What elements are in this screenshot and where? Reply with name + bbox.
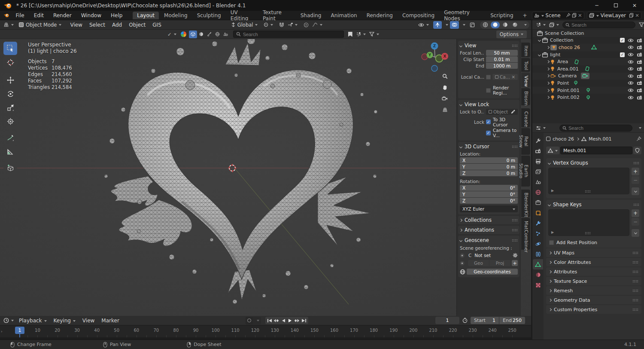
timeline-menu-playback[interactable]: Playback xyxy=(15,318,50,324)
tool-scale[interactable] xyxy=(3,101,17,114)
workspace-tab-modeling[interactable]: Modeling xyxy=(160,12,192,19)
tool-rotate[interactable] xyxy=(3,87,17,101)
properties-tab-collection[interactable] xyxy=(533,197,543,208)
properties-tab-constraints[interactable] xyxy=(533,249,543,259)
gizmo-dropdown[interactable] xyxy=(442,21,450,29)
outliner-display-mode[interactable] xyxy=(534,21,547,29)
sidebar-tab-matcombiner[interactable]: MatCombiner xyxy=(521,218,530,250)
outliner-search-input[interactable] xyxy=(571,22,632,28)
workspace-tab-compositing[interactable]: Compositing xyxy=(398,12,439,19)
outliner-row-point001[interactable]: Point.001 xyxy=(532,87,644,94)
properties-tab-output[interactable] xyxy=(533,156,543,166)
outliner-row-camera[interactable]: Camera xyxy=(532,73,644,80)
hide-eye-icon[interactable] xyxy=(628,88,634,92)
asset-type-brush-button[interactable] xyxy=(205,31,213,38)
shading-rendered-button[interactable] xyxy=(510,21,519,28)
collection-checkbox[interactable]: ✓ xyxy=(620,52,625,57)
focal-length-field[interactable]: 50 mm xyxy=(486,50,518,56)
properties-tab-render[interactable] xyxy=(533,146,543,156)
properties-search-input[interactable] xyxy=(568,125,629,131)
prev-keyframe-button[interactable] xyxy=(273,317,280,324)
outliner-filter-mode[interactable] xyxy=(547,21,561,29)
pin-icon[interactable] xyxy=(636,136,641,141)
timeline-menu-keying[interactable]: Keying xyxy=(50,318,79,324)
fake-user-shield-button[interactable] xyxy=(633,147,641,154)
camera-view-button[interactable] xyxy=(440,94,450,103)
collection-checkbox[interactable]: ✓ xyxy=(620,38,625,43)
proportional-falloff-selector[interactable] xyxy=(310,21,324,29)
tool-cursor[interactable] xyxy=(3,56,17,69)
pivot-point-selector[interactable] xyxy=(262,21,275,29)
sidebar-tab-view[interactable]: View xyxy=(521,73,530,87)
shading-wireframe-button[interactable] xyxy=(481,21,490,28)
workspace-tab-animation[interactable]: Animation xyxy=(326,12,361,19)
hide-eye-icon[interactable] xyxy=(628,67,634,71)
scene-selector[interactable]: Scene ✕ xyxy=(532,12,584,19)
panel-grip[interactable] xyxy=(512,44,518,47)
cursor-rotation-x[interactable]: X0° xyxy=(460,185,518,191)
sidebar-tab-blosm[interactable]: Blosm xyxy=(521,88,530,105)
tool-add-cube[interactable] xyxy=(3,161,17,174)
xray-toggle[interactable] xyxy=(468,21,477,29)
viewport-menu-gis[interactable]: GIS xyxy=(149,22,164,28)
pin-icon[interactable] xyxy=(566,13,571,18)
vertex-group-remove-button[interactable]: − xyxy=(632,176,639,184)
crs-settings-gear-icon[interactable] xyxy=(513,253,518,258)
hide-eye-icon[interactable] xyxy=(628,60,634,64)
annotations-panel[interactable]: Annotations xyxy=(458,226,519,234)
play-button[interactable] xyxy=(287,317,294,324)
outliner-row-collection[interactable]: Collection ✓ xyxy=(532,37,644,44)
panel-custom-properties[interactable]: Custom Properties xyxy=(546,305,641,314)
shading-material-button[interactable] xyxy=(501,21,510,28)
next-keyframe-button[interactable] xyxy=(294,317,301,324)
outliner-row-area[interactable]: Area xyxy=(532,58,644,65)
lock-to-object-field[interactable]: Object xyxy=(486,109,518,115)
workspace-add-button[interactable]: + xyxy=(519,12,532,19)
panel-remesh[interactable]: Remesh xyxy=(546,286,641,295)
asset-search-input[interactable] xyxy=(243,31,341,37)
panel-color-attributes[interactable]: Color Attributes xyxy=(546,258,641,266)
viewport-menu-add[interactable]: Add xyxy=(109,22,125,28)
menu-file[interactable]: File xyxy=(11,12,29,18)
hide-eye-icon[interactable] xyxy=(628,52,634,57)
play-reverse-button[interactable] xyxy=(280,317,287,324)
disable-render-icon[interactable] xyxy=(637,38,642,43)
disable-render-icon[interactable] xyxy=(637,81,642,85)
tool-transform[interactable] xyxy=(3,115,17,128)
properties-tab-object[interactable] xyxy=(533,208,543,218)
crs-radio[interactable] xyxy=(460,253,465,258)
transform-orientation-selector[interactable]: Global xyxy=(229,21,260,29)
cursor-rotation-y[interactable]: Y0° xyxy=(460,191,518,197)
disable-render-icon[interactable] xyxy=(637,45,642,49)
proj-button[interactable]: Proj xyxy=(489,260,510,266)
gizmo-neg-z[interactable] xyxy=(431,65,437,71)
disable-render-icon[interactable] xyxy=(637,67,642,71)
new-scene-icon[interactable] xyxy=(572,13,577,18)
geo-coordinates-button[interactable]: Geo-coordinates xyxy=(467,269,518,275)
collections-panel[interactable]: Collections xyxy=(458,216,519,224)
navigation-gizmo[interactable]: Z Y X xyxy=(419,40,451,73)
mode-selector[interactable]: Object Mode xyxy=(17,21,63,29)
menu-render[interactable]: Render xyxy=(49,12,76,18)
minimize-button[interactable]: ─ xyxy=(587,0,606,11)
menu-edit[interactable]: Edit xyxy=(29,12,49,18)
outliner-row-point[interactable]: Point xyxy=(532,80,644,87)
shape-key-specials-button[interactable] xyxy=(632,229,639,237)
rotation-mode-dropdown[interactable]: XYZ Euler xyxy=(460,205,518,212)
cursor-location-z[interactable]: Z0 m xyxy=(460,170,518,176)
close-button[interactable]: ✕ xyxy=(625,0,644,11)
geo-button[interactable]: Geo xyxy=(468,260,489,266)
asset-display-settings[interactable] xyxy=(354,31,368,38)
asset-filter-button[interactable] xyxy=(368,31,381,38)
disable-render-icon[interactable] xyxy=(637,95,642,100)
asset-type-model-button[interactable] xyxy=(189,31,197,38)
properties-tab-object-data[interactable] xyxy=(533,259,543,269)
tool-select-box[interactable] xyxy=(3,42,17,55)
local-camera-object-field[interactable]: Ca...✕ xyxy=(492,74,518,80)
overlays-dropdown[interactable] xyxy=(459,21,467,29)
frame-start-field[interactable]: Start1 xyxy=(471,317,499,324)
panel-uv-maps[interactable]: UV Maps xyxy=(546,248,641,257)
jump-to-start-button[interactable] xyxy=(266,317,273,324)
asset-free-toggle[interactable] xyxy=(346,31,354,38)
hide-eye-icon[interactable] xyxy=(628,45,634,49)
